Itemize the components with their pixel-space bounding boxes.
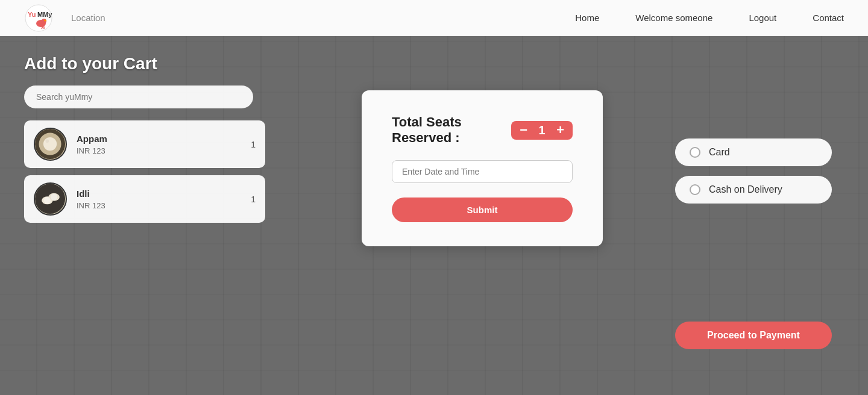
svg-point-16 — [51, 194, 57, 201]
logo-icon: Yu MMy — [24, 4, 53, 33]
cart-items: Appam INR 123 1 Idli — [24, 120, 265, 223]
idli-image-icon — [35, 182, 66, 216]
item-image-idli — [34, 182, 67, 216]
nav-links: Home Welcome someone Logout Contact — [575, 13, 844, 23]
submit-button[interactable]: Submit — [392, 198, 573, 222]
item-details-appam: Appam INR 123 — [77, 134, 241, 155]
nav-logout[interactable]: Logout — [749, 13, 776, 23]
svg-text:MMy: MMy — [37, 11, 52, 18]
navbar: Yu MMy Location Home Welcome someone Log… — [0, 0, 868, 36]
item-qty-appam: 1 — [251, 140, 256, 149]
search-input[interactable] — [36, 92, 241, 102]
svg-point-0 — [25, 5, 52, 31]
reservation-title-text: Total Seats Reserved : — [392, 114, 504, 146]
seats-count: 1 — [537, 123, 547, 137]
payment-panel: Card Cash on Delivery Proceed to Payment — [663, 54, 844, 349]
svg-point-11 — [46, 140, 49, 143]
nav-home[interactable]: Home — [575, 13, 599, 23]
payment-option-cod[interactable]: Cash on Delivery — [675, 176, 832, 204]
decrement-seats-button[interactable]: − — [520, 123, 527, 137]
item-name-idli: Idli — [77, 188, 241, 199]
proceed-to-payment-button[interactable]: Proceed to Payment — [675, 322, 832, 349]
payment-option-card[interactable]: Card — [675, 138, 832, 166]
cart-item-idli: Idli INR 123 1 — [24, 175, 265, 223]
cart-title: Add to your Cart — [24, 54, 301, 73]
item-details-idli: Idli INR 123 — [77, 188, 241, 210]
main-content: Add to your Cart Appam INR 123 — [0, 36, 868, 395]
radio-card[interactable] — [690, 147, 700, 158]
item-price-appam: INR 123 — [77, 146, 241, 155]
seats-counter: − 1 + — [511, 121, 573, 140]
location-label[interactable]: Location — [71, 13, 575, 23]
nav-welcome[interactable]: Welcome someone — [635, 13, 712, 23]
svg-point-10 — [43, 137, 57, 151]
cart-panel: Add to your Cart Appam INR 123 — [24, 54, 301, 223]
reservation-card: Total Seats Reserved : − 1 + Submit — [362, 90, 603, 246]
nav-contact[interactable]: Contact — [813, 13, 844, 23]
svg-text:Yu: Yu — [28, 11, 36, 18]
datetime-input[interactable] — [392, 160, 573, 183]
item-price-idli: INR 123 — [77, 201, 241, 210]
increment-seats-button[interactable]: + — [556, 123, 564, 137]
reservation-title: Total Seats Reserved : − 1 + — [392, 114, 573, 146]
item-image-appam — [34, 128, 67, 161]
item-name-appam: Appam — [77, 134, 241, 144]
svg-point-5 — [44, 19, 46, 21]
search-bar[interactable] — [24, 86, 253, 108]
cart-item-appam: Appam INR 123 1 — [24, 120, 265, 168]
payment-label-cod: Cash on Delivery — [709, 184, 782, 195]
center-panel: Total Seats Reserved : − 1 + Submit — [301, 54, 663, 246]
logo[interactable]: Yu MMy — [24, 4, 53, 33]
payment-label-card: Card — [709, 147, 730, 158]
appam-image-icon — [35, 128, 66, 161]
radio-cod[interactable] — [690, 184, 700, 195]
svg-point-15 — [44, 197, 51, 204]
item-qty-idli: 1 — [251, 194, 256, 204]
